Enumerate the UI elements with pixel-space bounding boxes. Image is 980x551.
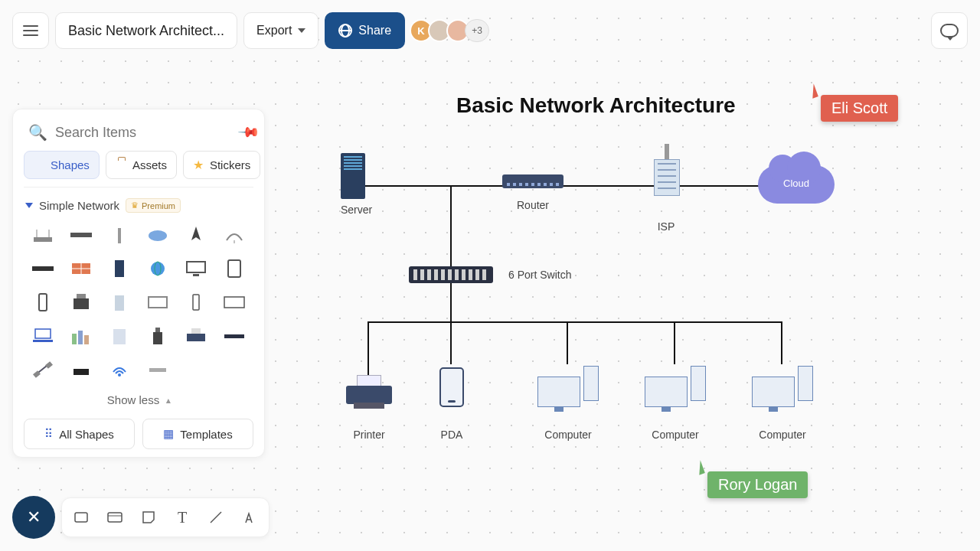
shape-patch[interactable]	[140, 355, 175, 384]
templates-button[interactable]: ▦ Templates	[142, 419, 253, 449]
tool-note[interactable]	[137, 506, 160, 529]
pin-icon[interactable]: 📌	[237, 120, 260, 144]
shape-switch-small[interactable]	[64, 220, 99, 249]
shape-display[interactable]	[140, 288, 175, 317]
tool-text[interactable]: T	[171, 506, 194, 529]
printer-icon	[346, 375, 392, 409]
node-cloud[interactable]: Cloud	[758, 165, 835, 204]
comments-button[interactable]	[931, 12, 968, 49]
shape-deskphone[interactable]	[140, 321, 175, 350]
all-shapes-button[interactable]: ⠿ All Shapes	[24, 419, 135, 449]
shape-city[interactable]	[64, 321, 99, 350]
shape-antenna[interactable]	[102, 220, 137, 249]
avatar-more-count[interactable]: +3	[465, 19, 489, 42]
shape-tablet[interactable]	[217, 254, 252, 283]
node-computer-3[interactable]: Computer	[752, 363, 813, 441]
shape-grid	[24, 220, 253, 384]
shape-office[interactable]	[102, 321, 137, 350]
section-header[interactable]: Simple Network ♛ Premium	[24, 195, 253, 220]
panel-tabs: Shapes Assets ★ Stickers	[24, 151, 253, 179]
node-computer-2[interactable]: Computer	[645, 363, 706, 441]
svg-rect-39	[74, 369, 89, 375]
collaborator-avatars[interactable]: K +3	[414, 19, 489, 42]
shape-firewall[interactable]	[64, 254, 99, 283]
svg-rect-22	[149, 297, 167, 308]
svg-rect-34	[191, 328, 201, 334]
tab-stickers[interactable]: ★ Stickers	[183, 151, 260, 179]
template-icon: ▦	[163, 427, 174, 441]
link	[450, 283, 452, 321]
svg-rect-0	[34, 237, 52, 242]
svg-rect-28	[78, 331, 83, 344]
svg-rect-25	[35, 329, 51, 338]
node-server[interactable]: Server	[341, 153, 372, 216]
node-pda[interactable]: PDA	[439, 367, 464, 441]
tab-assets[interactable]: Assets	[106, 151, 177, 179]
svg-marker-6	[191, 227, 201, 240]
node-printer[interactable]: Printer	[346, 375, 392, 441]
export-label: Export	[256, 24, 292, 37]
shape-monitor[interactable]	[178, 254, 214, 283]
shape-building[interactable]	[102, 288, 137, 317]
svg-rect-42	[75, 513, 87, 522]
tab-label: Stickers	[210, 158, 250, 171]
cloud-icon: Cloud	[758, 165, 835, 204]
svg-rect-30	[113, 329, 126, 344]
export-button[interactable]: Export	[243, 12, 318, 49]
shape-tv[interactable]	[217, 288, 252, 317]
switch-icon	[409, 266, 493, 283]
tool-line[interactable]	[204, 506, 227, 529]
node-switch[interactable]: 6 Port Switch	[409, 266, 571, 283]
close-fab[interactable]: ✕	[12, 496, 55, 539]
link	[781, 321, 782, 364]
shape-printer[interactable]	[178, 321, 214, 350]
shape-satellite-dish[interactable]	[217, 220, 252, 249]
pda-icon	[439, 367, 464, 407]
svg-rect-16	[193, 274, 199, 276]
svg-rect-3	[70, 233, 92, 237]
shape-satellite[interactable]	[25, 355, 60, 384]
caret-down-icon	[298, 28, 305, 33]
shape-wireless[interactable]	[102, 355, 137, 384]
show-less-button[interactable]: Show less▸	[24, 384, 253, 412]
cursor-rory: Rory Logan	[707, 471, 808, 498]
tab-shapes[interactable]: Shapes	[24, 151, 100, 179]
shape-hub[interactable]	[217, 321, 252, 350]
shape-globe[interactable]	[140, 254, 175, 283]
node-isp[interactable]: ISP	[643, 148, 689, 233]
shape-fax[interactable]	[64, 288, 99, 317]
shape-smartphone[interactable]	[178, 288, 214, 317]
topbar: Basic Network Architect... Export Share …	[12, 12, 489, 49]
shape-wifi-router[interactable]	[25, 220, 60, 249]
link	[360, 185, 789, 187]
shape-laptop[interactable]	[25, 321, 60, 350]
svg-rect-17	[228, 260, 240, 277]
link	[368, 321, 781, 323]
diagram[interactable]: Basic Network Architecture Server Router…	[276, 61, 965, 536]
grid-icon: ⠿	[44, 427, 53, 441]
menu-button[interactable]	[12, 12, 49, 49]
share-button[interactable]: Share	[325, 12, 405, 49]
star-icon: ★	[193, 158, 204, 172]
search-input[interactable]	[55, 125, 233, 141]
shape-modem[interactable]	[64, 355, 99, 384]
hamburger-icon	[23, 25, 38, 36]
shape-server[interactable]	[102, 254, 137, 283]
shape-rack[interactable]	[25, 254, 60, 283]
document-title[interactable]: Basic Network Architect...	[55, 12, 237, 49]
tool-rectangle[interactable]	[70, 506, 93, 529]
tab-label: Assets	[132, 158, 167, 171]
svg-rect-41	[149, 368, 166, 372]
tab-label: Shapes	[51, 158, 90, 171]
shape-cloud[interactable]	[140, 220, 175, 249]
link	[567, 321, 568, 364]
shape-phone[interactable]	[25, 288, 60, 317]
shape-rocket[interactable]	[178, 220, 214, 249]
svg-line-45	[211, 512, 221, 523]
node-computer-1[interactable]: Computer	[537, 363, 599, 441]
node-router[interactable]: Router	[502, 174, 564, 211]
tool-card[interactable]	[103, 506, 126, 529]
svg-rect-38	[45, 361, 53, 369]
tool-pen[interactable]	[238, 506, 261, 529]
svg-rect-18	[39, 294, 47, 311]
